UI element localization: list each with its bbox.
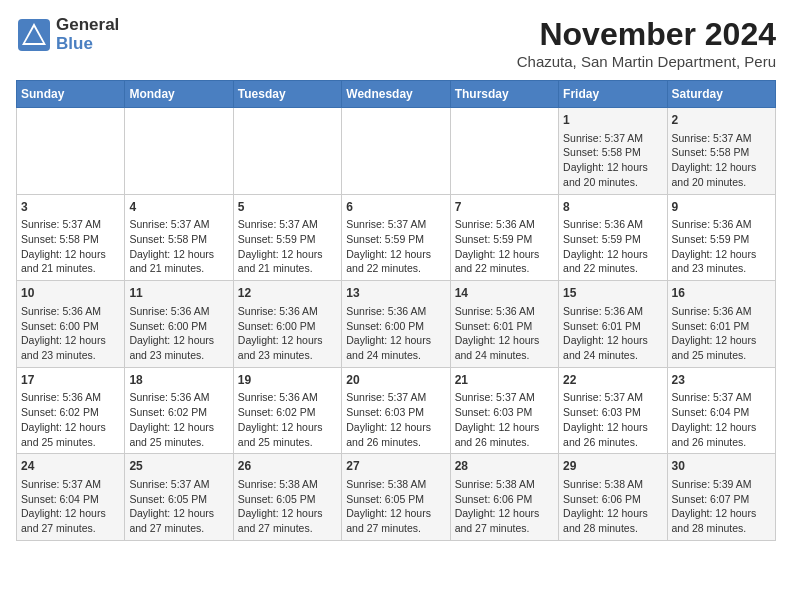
day-info: Sunrise: 5:37 AM (346, 390, 445, 405)
calendar-cell: 6Sunrise: 5:37 AMSunset: 5:59 PMDaylight… (342, 194, 450, 281)
day-number: 25 (129, 458, 228, 475)
day-info: Sunrise: 5:37 AM (129, 217, 228, 232)
day-info: Sunset: 6:05 PM (238, 492, 337, 507)
day-info: Daylight: 12 hours and 22 minutes. (455, 247, 554, 276)
day-info: Sunrise: 5:36 AM (129, 390, 228, 405)
logo-text-general: General (56, 16, 119, 35)
day-info: Sunrise: 5:37 AM (238, 217, 337, 232)
day-number: 15 (563, 285, 662, 302)
calendar-week-3: 10Sunrise: 5:36 AMSunset: 6:00 PMDayligh… (17, 281, 776, 368)
day-number: 29 (563, 458, 662, 475)
day-info: Sunset: 6:01 PM (563, 319, 662, 334)
calendar-table: SundayMondayTuesdayWednesdayThursdayFrid… (16, 80, 776, 541)
calendar-cell: 16Sunrise: 5:36 AMSunset: 6:01 PMDayligh… (667, 281, 775, 368)
weekday-header-row: SundayMondayTuesdayWednesdayThursdayFrid… (17, 81, 776, 108)
day-info: Sunset: 6:00 PM (346, 319, 445, 334)
day-info: Daylight: 12 hours and 20 minutes. (563, 160, 662, 189)
weekday-header-tuesday: Tuesday (233, 81, 341, 108)
calendar-cell: 22Sunrise: 5:37 AMSunset: 6:03 PMDayligh… (559, 367, 667, 454)
weekday-header-sunday: Sunday (17, 81, 125, 108)
day-number: 17 (21, 372, 120, 389)
day-info: Daylight: 12 hours and 25 minutes. (238, 420, 337, 449)
day-info: Sunset: 6:02 PM (238, 405, 337, 420)
day-info: Daylight: 12 hours and 27 minutes. (346, 506, 445, 535)
day-info: Sunrise: 5:37 AM (672, 390, 771, 405)
day-info: Sunset: 6:00 PM (238, 319, 337, 334)
day-info: Sunrise: 5:36 AM (346, 304, 445, 319)
day-info: Daylight: 12 hours and 28 minutes. (672, 506, 771, 535)
day-info: Daylight: 12 hours and 21 minutes. (21, 247, 120, 276)
day-number: 2 (672, 112, 771, 129)
day-info: Sunset: 6:05 PM (129, 492, 228, 507)
calendar-cell: 30Sunrise: 5:39 AMSunset: 6:07 PMDayligh… (667, 454, 775, 541)
day-number: 27 (346, 458, 445, 475)
day-info: Sunset: 5:58 PM (672, 145, 771, 160)
day-info: Sunset: 5:58 PM (129, 232, 228, 247)
day-info: Sunrise: 5:36 AM (563, 217, 662, 232)
day-info: Daylight: 12 hours and 27 minutes. (238, 506, 337, 535)
day-number: 1 (563, 112, 662, 129)
calendar-cell: 13Sunrise: 5:36 AMSunset: 6:00 PMDayligh… (342, 281, 450, 368)
day-info: Daylight: 12 hours and 21 minutes. (129, 247, 228, 276)
day-number: 12 (238, 285, 337, 302)
day-info: Sunset: 5:58 PM (563, 145, 662, 160)
day-number: 16 (672, 285, 771, 302)
day-info: Sunrise: 5:36 AM (455, 217, 554, 232)
day-info: Sunrise: 5:38 AM (238, 477, 337, 492)
day-info: Daylight: 12 hours and 20 minutes. (672, 160, 771, 189)
day-info: Daylight: 12 hours and 24 minutes. (455, 333, 554, 362)
day-number: 22 (563, 372, 662, 389)
calendar-cell: 18Sunrise: 5:36 AMSunset: 6:02 PMDayligh… (125, 367, 233, 454)
day-info: Daylight: 12 hours and 26 minutes. (346, 420, 445, 449)
day-info: Sunrise: 5:39 AM (672, 477, 771, 492)
calendar-week-2: 3Sunrise: 5:37 AMSunset: 5:58 PMDaylight… (17, 194, 776, 281)
day-info: Sunrise: 5:36 AM (563, 304, 662, 319)
day-number: 8 (563, 199, 662, 216)
day-number: 9 (672, 199, 771, 216)
day-info: Daylight: 12 hours and 26 minutes. (455, 420, 554, 449)
day-info: Sunrise: 5:36 AM (238, 390, 337, 405)
day-info: Daylight: 12 hours and 23 minutes. (672, 247, 771, 276)
day-info: Daylight: 12 hours and 25 minutes. (129, 420, 228, 449)
calendar-cell (450, 108, 558, 195)
day-info: Sunset: 5:58 PM (21, 232, 120, 247)
calendar-cell: 1Sunrise: 5:37 AMSunset: 5:58 PMDaylight… (559, 108, 667, 195)
day-info: Sunrise: 5:37 AM (129, 477, 228, 492)
page-header: General Blue November 2024 Chazuta, San … (16, 16, 776, 70)
day-info: Daylight: 12 hours and 26 minutes. (672, 420, 771, 449)
logo: General Blue (16, 16, 119, 53)
day-number: 13 (346, 285, 445, 302)
day-number: 28 (455, 458, 554, 475)
day-info: Sunset: 6:03 PM (563, 405, 662, 420)
day-info: Daylight: 12 hours and 27 minutes. (21, 506, 120, 535)
day-info: Sunrise: 5:36 AM (21, 304, 120, 319)
day-number: 23 (672, 372, 771, 389)
day-number: 21 (455, 372, 554, 389)
day-info: Daylight: 12 hours and 26 minutes. (563, 420, 662, 449)
day-info: Sunrise: 5:36 AM (672, 304, 771, 319)
day-info: Sunrise: 5:38 AM (346, 477, 445, 492)
day-info: Sunset: 6:02 PM (21, 405, 120, 420)
day-info: Sunrise: 5:37 AM (563, 390, 662, 405)
day-info: Sunrise: 5:36 AM (21, 390, 120, 405)
day-info: Sunset: 6:00 PM (21, 319, 120, 334)
title-block: November 2024 Chazuta, San Martin Depart… (517, 16, 776, 70)
calendar-cell: 4Sunrise: 5:37 AMSunset: 5:58 PMDaylight… (125, 194, 233, 281)
calendar-cell: 28Sunrise: 5:38 AMSunset: 6:06 PMDayligh… (450, 454, 558, 541)
day-info: Daylight: 12 hours and 25 minutes. (21, 420, 120, 449)
day-number: 10 (21, 285, 120, 302)
calendar-cell (342, 108, 450, 195)
calendar-week-1: 1Sunrise: 5:37 AMSunset: 5:58 PMDaylight… (17, 108, 776, 195)
calendar-cell: 10Sunrise: 5:36 AMSunset: 6:00 PMDayligh… (17, 281, 125, 368)
day-info: Sunrise: 5:37 AM (563, 131, 662, 146)
calendar-cell (17, 108, 125, 195)
calendar-week-4: 17Sunrise: 5:36 AMSunset: 6:02 PMDayligh… (17, 367, 776, 454)
day-info: Sunrise: 5:37 AM (455, 390, 554, 405)
day-info: Sunset: 6:01 PM (672, 319, 771, 334)
day-info: Daylight: 12 hours and 23 minutes. (238, 333, 337, 362)
calendar-cell: 23Sunrise: 5:37 AMSunset: 6:04 PMDayligh… (667, 367, 775, 454)
day-info: Sunset: 6:07 PM (672, 492, 771, 507)
calendar-cell (233, 108, 341, 195)
day-info: Daylight: 12 hours and 27 minutes. (129, 506, 228, 535)
day-info: Sunset: 6:04 PM (21, 492, 120, 507)
